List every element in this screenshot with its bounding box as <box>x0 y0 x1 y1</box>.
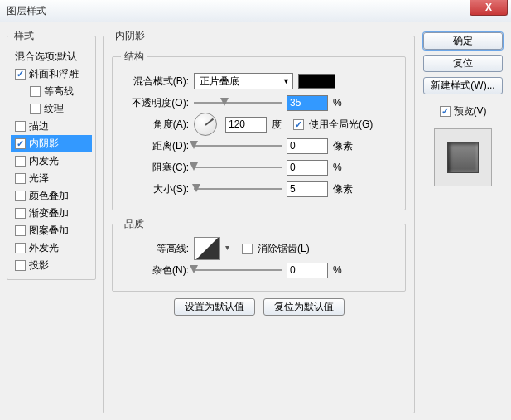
sidebar-checkbox-5[interactable] <box>15 138 26 149</box>
antialias-checkbox[interactable] <box>242 244 253 254</box>
sidebar-item-label: 纹理 <box>44 102 64 116</box>
blend-mode-label: 混合模式(B): <box>121 75 189 89</box>
contour-picker[interactable] <box>194 237 220 260</box>
sidebar-item-label: 光泽 <box>29 171 49 186</box>
color-swatch[interactable] <box>298 74 335 89</box>
sidebar-item-7[interactable]: 光泽 <box>11 170 92 187</box>
sidebar-checkbox-4[interactable] <box>15 121 26 132</box>
opacity-slider[interactable] <box>194 97 282 109</box>
sidebar-item-label: 颜色叠加 <box>29 189 69 203</box>
global-light-label: 使用全局光(G) <box>309 118 373 132</box>
preview-label: 预览(V) <box>454 104 487 118</box>
sidebar-item-label: 描边 <box>29 119 49 133</box>
choke-slider[interactable] <box>194 162 282 173</box>
noise-unit: % <box>333 264 358 276</box>
angle-input[interactable]: 120 <box>225 117 267 133</box>
sidebar-item-label: 混合选项:默认 <box>15 50 77 64</box>
structure-legend: 结构 <box>121 50 147 64</box>
sidebar-item-label: 渐变叠加 <box>29 206 69 220</box>
size-input[interactable]: 5 <box>287 181 328 197</box>
sidebar-checkbox-8[interactable] <box>15 191 26 201</box>
size-slider[interactable] <box>194 183 282 195</box>
set-default-button[interactable]: 设置为默认值 <box>174 298 255 316</box>
sidebar-item-5[interactable]: 内阴影 <box>11 135 92 152</box>
sidebar-item-10[interactable]: 图案叠加 <box>11 222 92 239</box>
styles-legend: 样式 <box>11 29 37 43</box>
sidebar-item-label: 外发光 <box>29 241 59 255</box>
sidebar-item-1[interactable]: 斜面和浮雕 <box>11 65 92 83</box>
preview-checkbox[interactable] <box>440 106 451 117</box>
sidebar-item-label: 内阴影 <box>29 137 59 151</box>
preview-swatch <box>447 142 479 173</box>
choke-unit: % <box>333 162 358 173</box>
sidebar-item-2[interactable]: 等高线 <box>11 83 92 100</box>
sidebar-item-0[interactable]: 混合选项:默认 <box>11 48 92 65</box>
sidebar-item-label: 斜面和浮雕 <box>29 67 79 81</box>
sidebar-checkbox-6[interactable] <box>15 156 26 167</box>
choke-label: 阻塞(C): <box>121 161 189 175</box>
angle-dial[interactable] <box>194 113 217 136</box>
sidebar-item-4[interactable]: 描边 <box>11 118 92 135</box>
angle-unit: 度 <box>272 118 282 132</box>
main-legend: 内阴影 <box>112 29 148 43</box>
quality-legend: 品质 <box>121 217 147 231</box>
structure-fieldset: 结构 混合模式(B): 正片叠底 ▼ 不透明度(O): 35 % 角 <box>112 50 406 210</box>
blend-mode-value: 正片叠底 <box>200 75 239 89</box>
main-fieldset: 内阴影 结构 混合模式(B): 正片叠底 ▼ 不透明度(O): 35 % <box>103 29 415 413</box>
preview-box <box>434 128 492 186</box>
choke-input[interactable]: 0 <box>287 160 328 176</box>
angle-label: 角度(A): <box>121 118 189 132</box>
size-unit: 像素 <box>333 182 358 196</box>
sidebar-checkbox-10[interactable] <box>15 225 26 236</box>
chevron-down-icon: ▼ <box>282 77 290 85</box>
opacity-label: 不透明度(O): <box>121 96 189 110</box>
noise-label: 杂色(N): <box>121 263 189 278</box>
distance-label: 距离(D): <box>121 139 189 153</box>
styles-sidebar: 样式 混合选项:默认斜面和浮雕等高线纹理描边内阴影内发光光泽颜色叠加渐变叠加图案… <box>7 29 96 413</box>
contour-label: 等高线: <box>121 242 189 256</box>
blend-mode-dropdown[interactable]: 正片叠底 ▼ <box>194 73 293 89</box>
noise-input[interactable]: 0 <box>287 263 328 278</box>
sidebar-item-label: 等高线 <box>44 84 74 99</box>
new-style-button[interactable]: 新建样式(W)... <box>423 77 503 94</box>
distance-input[interactable]: 0 <box>287 138 328 154</box>
noise-slider[interactable] <box>194 264 282 276</box>
sidebar-item-11[interactable]: 外发光 <box>11 239 92 257</box>
sidebar-checkbox-2[interactable] <box>30 86 41 97</box>
distance-slider[interactable] <box>194 140 282 152</box>
sidebar-checkbox-11[interactable] <box>15 243 26 253</box>
sidebar-item-9[interactable]: 渐变叠加 <box>11 205 92 222</box>
size-label: 大小(S): <box>121 182 189 196</box>
window-title: 图层样式 <box>7 4 46 18</box>
opacity-input[interactable]: 35 <box>287 95 328 111</box>
distance-unit: 像素 <box>333 139 358 153</box>
right-panel: 确定 复位 新建样式(W)... 预览(V) <box>422 29 504 413</box>
sidebar-item-6[interactable]: 内发光 <box>11 152 92 170</box>
sidebar-item-label: 投影 <box>29 258 49 273</box>
sidebar-checkbox-1[interactable] <box>15 69 26 80</box>
reset-default-button[interactable]: 复位为默认值 <box>263 298 345 316</box>
sidebar-checkbox-7[interactable] <box>15 173 26 184</box>
quality-fieldset: 品质 等高线: 消除锯齿(L) 杂色(N): 0 % <box>112 217 406 292</box>
sidebar-item-12[interactable]: 投影 <box>11 257 92 274</box>
opacity-unit: % <box>333 97 358 109</box>
antialias-label: 消除锯齿(L) <box>258 242 310 256</box>
cancel-button[interactable]: 复位 <box>423 55 503 72</box>
styles-fieldset: 样式 混合选项:默认斜面和浮雕等高线纹理描边内阴影内发光光泽颜色叠加渐变叠加图案… <box>7 29 96 280</box>
close-button[interactable]: X <box>470 0 508 16</box>
global-light-checkbox[interactable] <box>293 119 304 130</box>
sidebar-item-3[interactable]: 纹理 <box>11 100 92 118</box>
sidebar-item-label: 图案叠加 <box>29 224 69 238</box>
titlebar: 图层样式 X <box>0 0 511 22</box>
ok-button[interactable]: 确定 <box>423 32 503 50</box>
close-icon: X <box>485 2 492 13</box>
sidebar-item-8[interactable]: 颜色叠加 <box>11 187 92 205</box>
sidebar-checkbox-9[interactable] <box>15 208 26 219</box>
sidebar-item-label: 内发光 <box>29 154 59 168</box>
sidebar-checkbox-12[interactable] <box>15 260 26 271</box>
sidebar-checkbox-3[interactable] <box>30 104 41 114</box>
